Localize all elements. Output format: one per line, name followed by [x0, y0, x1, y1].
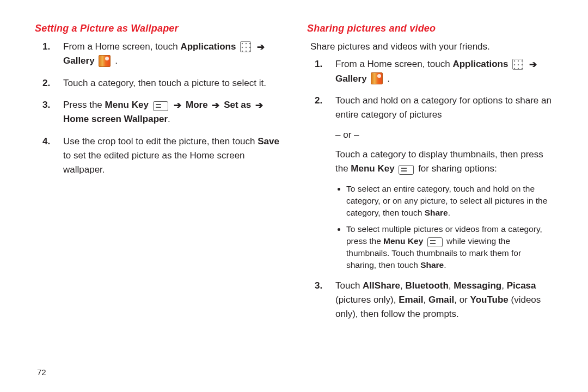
text: .: [115, 56, 118, 66]
menu-key-icon: [427, 237, 443, 247]
wallpaper-steps: From a Home screen, touch Applications ➔…: [35, 40, 281, 177]
bold-set-as: Set as: [224, 100, 251, 110]
gallery-icon: [99, 55, 111, 67]
bold-menu-key: Menu Key: [351, 163, 394, 174]
bold-share: Share: [420, 260, 444, 270]
bold-email: Email: [399, 295, 423, 305]
step-4: Use the crop tool to edit the picture, t…: [35, 134, 281, 177]
text: ,: [424, 295, 428, 305]
sharing-intro: Share pictures and videos with your frie…: [310, 40, 553, 54]
bold-picasa: Picasa: [507, 280, 536, 291]
bold-youtube: YouTube: [470, 295, 509, 305]
left-column: Setting a Picture as Wallpaper From a Ho…: [22, 20, 294, 379]
text: to set the edited picture as the Home sc…: [63, 150, 245, 175]
text: .: [387, 74, 390, 84]
page-number: 72: [37, 367, 46, 377]
arrow-icon: ➔: [529, 58, 537, 72]
bold-allshare: AllShare: [363, 280, 400, 291]
text: , or: [454, 295, 470, 305]
text: Press the: [63, 100, 105, 110]
menu-key-icon: [399, 165, 414, 175]
section-title-sharing: Sharing pictures and video: [307, 23, 553, 34]
bold-applications: Applications: [180, 41, 236, 52]
sharing-steps: From a Home screen, touch Applications ➔…: [307, 57, 553, 321]
applications-icon: [512, 59, 523, 70]
step-1: From a Home screen, touch Applications ➔…: [35, 40, 281, 69]
step-1: From a Home screen, touch Applications ➔…: [307, 57, 553, 86]
bold-home-wallpaper: Home screen Wallpaper: [63, 114, 168, 124]
text: ,: [501, 280, 506, 291]
bullet-1: To select an entire category, touch and …: [346, 183, 553, 219]
arrow-icon: ➔: [255, 99, 263, 113]
text: From a Home screen, touch: [63, 41, 180, 52]
bold-menu-key: Menu Key: [105, 100, 149, 110]
arrow-icon: ➔: [174, 99, 181, 113]
or-divider: – or –: [335, 128, 553, 142]
step-2: Touch a category, then touch a picture t…: [35, 76, 281, 90]
bold-messaging: Messaging: [454, 280, 501, 291]
text: .: [444, 260, 446, 270]
bold-gallery: Gallery: [63, 56, 95, 66]
text: (pictures only),: [335, 295, 399, 305]
applications-icon: [240, 41, 251, 52]
arrow-icon: ➔: [212, 99, 219, 113]
text: Touch and hold on a category for options…: [335, 95, 552, 120]
bold-gallery: Gallery: [335, 74, 367, 84]
text: Touch a category, then touch a picture t…: [63, 78, 266, 88]
section-title-wallpaper: Setting a Picture as Wallpaper: [35, 23, 281, 34]
text: for sharing options:: [418, 163, 497, 174]
text: From a Home screen, touch: [335, 59, 452, 69]
text: ,: [400, 280, 405, 291]
bold-share: Share: [425, 208, 448, 217]
manual-page: Setting a Picture as Wallpaper From a Ho…: [0, 0, 588, 392]
bold-applications: Applications: [452, 59, 508, 69]
text: Use the crop tool to edit the picture, t…: [63, 136, 258, 146]
bold-save: Save: [258, 136, 279, 146]
right-column: Sharing pictures and video Share picture…: [294, 20, 566, 379]
bold-more: More: [186, 100, 208, 110]
gallery-icon: [371, 72, 383, 84]
text: ,: [449, 280, 454, 291]
bold-bluetooth: Bluetooth: [406, 280, 449, 291]
bold-menu-key: Menu Key: [383, 236, 423, 246]
text: .: [448, 208, 450, 217]
text: To select multiple pictures or videos fr…: [346, 224, 542, 246]
sharing-bullets: To select an entire category, touch and …: [346, 183, 553, 271]
text: .: [168, 114, 170, 124]
step-3: Press the Menu Key ➔ More ➔ Set as ➔ Hom…: [35, 98, 281, 127]
bullet-2: To select multiple pictures or videos fr…: [346, 223, 553, 271]
menu-key-icon: [153, 101, 168, 111]
step-2: Touch and hold on a category for options…: [307, 94, 553, 271]
bold-gmail: Gmail: [428, 295, 454, 305]
arrow-icon: ➔: [257, 40, 265, 54]
step-3: Touch AllShare, Bluetooth, Messaging, Pi…: [307, 279, 553, 322]
text: Touch: [335, 280, 363, 291]
